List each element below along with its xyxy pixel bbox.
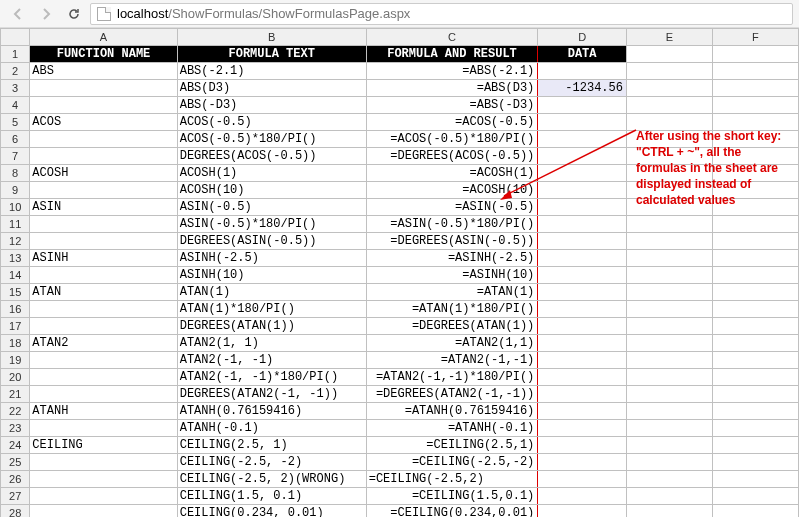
- spreadsheet[interactable]: ABCDEF1FUNCTION NAMEFORMULA TEXTFORMULA …: [0, 28, 799, 517]
- cell[interactable]: FORMULA AND RESULT: [366, 46, 538, 63]
- cell[interactable]: [712, 267, 798, 284]
- row-header[interactable]: 28: [1, 505, 30, 518]
- cell[interactable]: CEILING: [30, 437, 177, 454]
- cell[interactable]: ABS(-D3): [177, 97, 366, 114]
- cell[interactable]: [626, 386, 712, 403]
- cell[interactable]: ACOSH: [30, 165, 177, 182]
- cell[interactable]: [712, 335, 798, 352]
- cell[interactable]: ASINH: [30, 250, 177, 267]
- cell[interactable]: =ACOS(-0.5): [366, 114, 538, 131]
- row-header[interactable]: 22: [1, 403, 30, 420]
- cell[interactable]: [626, 369, 712, 386]
- cell[interactable]: [538, 114, 627, 131]
- cell[interactable]: [30, 267, 177, 284]
- row-header[interactable]: 1: [1, 46, 30, 63]
- cell[interactable]: [30, 454, 177, 471]
- row-header[interactable]: 7: [1, 148, 30, 165]
- col-header-A[interactable]: A: [30, 29, 177, 46]
- cell[interactable]: =ATAN(1)*180/PI(): [366, 301, 538, 318]
- cell[interactable]: ACOSH(10): [177, 182, 366, 199]
- cell[interactable]: [712, 437, 798, 454]
- cell[interactable]: [538, 471, 627, 488]
- cell[interactable]: [626, 182, 712, 199]
- cell[interactable]: [712, 454, 798, 471]
- cell[interactable]: -1234.56: [538, 80, 627, 97]
- cell[interactable]: [712, 216, 798, 233]
- row-header[interactable]: 11: [1, 216, 30, 233]
- cell[interactable]: [712, 352, 798, 369]
- cell[interactable]: =ATAN2(-1,-1): [366, 352, 538, 369]
- cell[interactable]: [626, 454, 712, 471]
- cell[interactable]: [626, 165, 712, 182]
- cell[interactable]: [538, 437, 627, 454]
- cell[interactable]: [538, 318, 627, 335]
- cell[interactable]: ASINH(-2.5): [177, 250, 366, 267]
- cell[interactable]: =ASIN(-0.5)*180/PI(): [366, 216, 538, 233]
- cell[interactable]: [538, 63, 627, 80]
- cell[interactable]: [30, 97, 177, 114]
- cell[interactable]: [30, 301, 177, 318]
- cell[interactable]: =DEGREES(ACOS(-0.5)): [366, 148, 538, 165]
- cell[interactable]: [538, 369, 627, 386]
- cell[interactable]: [626, 63, 712, 80]
- cell[interactable]: [626, 318, 712, 335]
- row-header[interactable]: 25: [1, 454, 30, 471]
- col-header-D[interactable]: D: [538, 29, 627, 46]
- cell[interactable]: [30, 369, 177, 386]
- cell[interactable]: [538, 403, 627, 420]
- cell[interactable]: ASIN(-0.5)*180/PI(): [177, 216, 366, 233]
- row-header[interactable]: 2: [1, 63, 30, 80]
- cell[interactable]: =CEILING(2.5,1): [366, 437, 538, 454]
- cell[interactable]: [626, 148, 712, 165]
- row-header[interactable]: 15: [1, 284, 30, 301]
- cell[interactable]: =ACOS(-0.5)*180/PI(): [366, 131, 538, 148]
- row-header[interactable]: 24: [1, 437, 30, 454]
- cell[interactable]: ATAN(1)*180/PI(): [177, 301, 366, 318]
- cell[interactable]: [712, 318, 798, 335]
- cell[interactable]: [30, 182, 177, 199]
- cell[interactable]: [538, 284, 627, 301]
- cell[interactable]: [538, 335, 627, 352]
- cell[interactable]: [712, 284, 798, 301]
- cell[interactable]: DEGREES(ASIN(-0.5)): [177, 233, 366, 250]
- cell[interactable]: =ACOSH(10): [366, 182, 538, 199]
- cell[interactable]: [712, 403, 798, 420]
- cell[interactable]: [626, 284, 712, 301]
- cell[interactable]: [538, 301, 627, 318]
- cell[interactable]: [626, 437, 712, 454]
- row-header[interactable]: 9: [1, 182, 30, 199]
- cell[interactable]: [538, 505, 627, 518]
- cell[interactable]: ASIN(-0.5): [177, 199, 366, 216]
- cell[interactable]: ATAN(1): [177, 284, 366, 301]
- cell[interactable]: [30, 318, 177, 335]
- cell[interactable]: [712, 63, 798, 80]
- cell[interactable]: =ASINH(10): [366, 267, 538, 284]
- cell[interactable]: [538, 182, 627, 199]
- cell[interactable]: [626, 114, 712, 131]
- row-header[interactable]: 8: [1, 165, 30, 182]
- row-header[interactable]: 27: [1, 488, 30, 505]
- cell[interactable]: =ATAN2(1,1): [366, 335, 538, 352]
- row-header[interactable]: 10: [1, 199, 30, 216]
- row-header[interactable]: 20: [1, 369, 30, 386]
- cell[interactable]: [538, 420, 627, 437]
- cell[interactable]: =DEGREES(ATAN(1)): [366, 318, 538, 335]
- cell[interactable]: [626, 488, 712, 505]
- cell[interactable]: ATANH(0.76159416): [177, 403, 366, 420]
- col-header-B[interactable]: B: [177, 29, 366, 46]
- cell[interactable]: ATAN2(1, 1): [177, 335, 366, 352]
- cell[interactable]: [538, 165, 627, 182]
- cell[interactable]: [538, 216, 627, 233]
- row-header[interactable]: 16: [1, 301, 30, 318]
- row-header[interactable]: 17: [1, 318, 30, 335]
- cell[interactable]: [538, 97, 627, 114]
- cell[interactable]: DEGREES(ACOS(-0.5)): [177, 148, 366, 165]
- cell[interactable]: ACOS(-0.5): [177, 114, 366, 131]
- cell[interactable]: [712, 182, 798, 199]
- cell[interactable]: [712, 420, 798, 437]
- cell[interactable]: [712, 505, 798, 518]
- row-header[interactable]: 3: [1, 80, 30, 97]
- cell[interactable]: [712, 301, 798, 318]
- cell[interactable]: [30, 216, 177, 233]
- cell[interactable]: =ABS(D3): [366, 80, 538, 97]
